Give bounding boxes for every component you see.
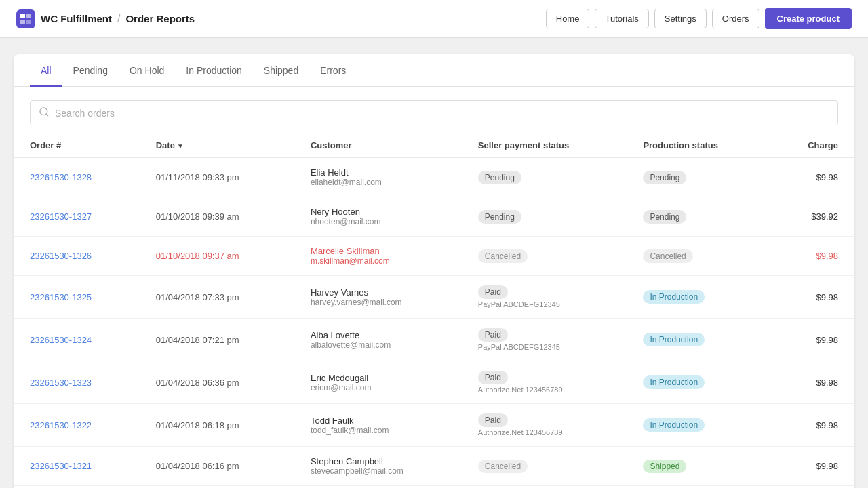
customer-email: harvey.varnes@mail.com: [311, 298, 446, 307]
payment-sub: PayPal ABCDEFG12345: [478, 300, 611, 308]
customer-email: ericm@mail.com: [311, 383, 446, 392]
charge-amount: $9.98: [816, 251, 838, 261]
customer-name: Marcelle Skillman: [311, 246, 446, 256]
order-id-link[interactable]: 23261530-1326: [30, 251, 92, 261]
order-id-link[interactable]: 23261530-1328: [30, 172, 92, 182]
col-header-production_status: Production status: [627, 134, 770, 158]
order-date: 01/04/2018 06:36 pm: [156, 378, 239, 388]
order-id-link[interactable]: 23261530-1322: [30, 420, 92, 430]
tab-all[interactable]: All: [30, 54, 62, 87]
payment-sub: Authorize.Net 123456789: [478, 428, 611, 436]
table-row: 23261530-132401/04/2018 07:21 pmAlba Lov…: [14, 319, 854, 361]
customer-name: Nery Hooten: [311, 207, 446, 217]
order-id-link[interactable]: 23261530-1327: [30, 211, 92, 222]
customer-email: nhooten@mail.com: [311, 217, 446, 226]
svg-rect-3: [26, 20, 31, 24]
payment-status-badge: Cancelled: [478, 460, 528, 473]
charge-amount: $9.98: [816, 420, 838, 430]
table-row: 23261530-132501/04/2018 07:33 pmHarvey V…: [14, 276, 854, 319]
search-icon: [39, 106, 50, 119]
table-row: 23261530-132601/10/2018 09:37 amMarcelle…: [14, 237, 854, 276]
settings-button[interactable]: Settings: [654, 9, 707, 28]
order-date: 01/11/2018 09:33 pm: [156, 172, 239, 182]
customer-name: Harvey Varnes: [311, 287, 446, 298]
customer-email: todd_faulk@mail.com: [311, 426, 446, 435]
production-status-badge: In Production: [643, 333, 705, 346]
payment-sub: PayPal ABCDEFG12345: [478, 343, 611, 351]
payment-status-badge: Pending: [478, 171, 521, 184]
charge-amount: $9.98: [816, 335, 838, 345]
table-header: Order #Date▼CustomerSeller payment statu…: [14, 134, 854, 158]
order-date: 01/10/2018 09:39 am: [156, 211, 239, 222]
tab-shipped[interactable]: Shipped: [253, 54, 309, 87]
order-id-link[interactable]: 23261530-1323: [30, 378, 92, 388]
create-product-button[interactable]: Create product: [765, 8, 852, 29]
customer-name: Alba Lovette: [311, 330, 446, 340]
customer-name: Todd Faulk: [311, 415, 446, 426]
order-id-link[interactable]: 23261530-1321: [30, 461, 92, 471]
orders-button[interactable]: Orders: [712, 9, 760, 28]
table-row: 23261530-132801/11/2018 09:33 pmElia Hel…: [14, 158, 854, 197]
charge-amount: $9.98: [816, 461, 838, 471]
payment-sub: Authorize.Net 123456789: [478, 386, 611, 394]
production-status-badge: In Production: [643, 290, 705, 304]
order-date: 01/10/2018 09:37 am: [156, 251, 239, 261]
home-button[interactable]: Home: [546, 9, 590, 28]
tab-errors[interactable]: Errors: [309, 54, 357, 87]
charge-amount: $9.98: [816, 292, 838, 302]
col-header-date[interactable]: Date▼: [140, 134, 294, 158]
order-date: 01/04/2018 06:16 pm: [156, 461, 239, 471]
tab-pending[interactable]: Pending: [62, 54, 119, 87]
sort-icon-date: ▼: [177, 142, 184, 150]
production-status-badge: Pending: [643, 171, 686, 184]
payment-status-badge: Paid: [478, 328, 508, 342]
order-date: 01/04/2018 06:18 pm: [156, 420, 239, 430]
svg-rect-1: [26, 14, 31, 18]
production-status-badge: Shipped: [643, 460, 686, 473]
customer-email: stevecampbell@mail.com: [311, 466, 446, 476]
breadcrumb-separator: /: [117, 13, 120, 25]
app-name: WC Fulfillment: [41, 13, 112, 24]
charge-amount: $9.98: [816, 378, 838, 388]
svg-rect-0: [20, 14, 25, 18]
customer-email: eliaheldt@mail.com: [311, 178, 446, 187]
tutorials-button[interactable]: Tutorials: [595, 9, 648, 28]
tabs-bar: AllPendingOn HoldIn ProductionShippedErr…: [14, 54, 854, 87]
customer-email: albalovette@mail.com: [311, 340, 446, 350]
orders-table: Order #Date▼CustomerSeller payment statu…: [14, 134, 854, 486]
customer-email: m.skillman@mail.com: [311, 256, 446, 266]
col-header-payment_status: Seller payment status: [462, 134, 627, 158]
col-header-customer: Customer: [294, 134, 462, 158]
svg-rect-2: [20, 20, 25, 24]
payment-status-badge: Paid: [478, 285, 508, 299]
svg-point-4: [40, 108, 47, 115]
production-status-badge: Pending: [643, 210, 686, 224]
page-title: Order Reports: [125, 13, 195, 24]
production-status-badge: In Production: [643, 418, 705, 432]
charge-amount: $39.92: [811, 211, 838, 222]
order-date: 01/04/2018 07:33 pm: [156, 292, 239, 302]
search-area: [14, 87, 854, 134]
order-date: 01/04/2018 07:21 pm: [156, 335, 239, 345]
charge-amount: $9.98: [816, 172, 838, 182]
table-row: 23261530-132201/04/2018 06:18 pmTodd Fau…: [14, 404, 854, 447]
tab-on-hold[interactable]: On Hold: [119, 54, 175, 87]
main-content: AllPendingOn HoldIn ProductionShippedErr…: [14, 54, 854, 488]
table-row: 23261530-132701/10/2018 09:39 amNery Hoo…: [14, 197, 854, 237]
table-row: 23261530-132301/04/2018 06:36 pmEric Mcd…: [14, 361, 854, 404]
customer-name: Elia Heldt: [311, 167, 446, 178]
table-body: 23261530-132801/11/2018 09:33 pmElia Hel…: [14, 158, 854, 486]
payment-status-badge: Pending: [478, 210, 521, 224]
app-icon: [16, 9, 35, 28]
top-bar: WC Fulfillment / Order Reports Home Tuto…: [0, 0, 868, 38]
order-id-link[interactable]: 23261530-1325: [30, 292, 92, 302]
search-box: [30, 100, 838, 125]
search-input[interactable]: [55, 108, 829, 119]
customer-name: Stephen Campbell: [311, 456, 446, 466]
tab-in-production[interactable]: In Production: [175, 54, 253, 87]
payment-status-badge: Paid: [478, 413, 508, 427]
col-header-order: Order #: [14, 134, 140, 158]
table-row: 23261530-132101/04/2018 06:16 pmStephen …: [14, 447, 854, 486]
payment-status-badge: Cancelled: [478, 249, 528, 263]
order-id-link[interactable]: 23261530-1324: [30, 335, 92, 345]
